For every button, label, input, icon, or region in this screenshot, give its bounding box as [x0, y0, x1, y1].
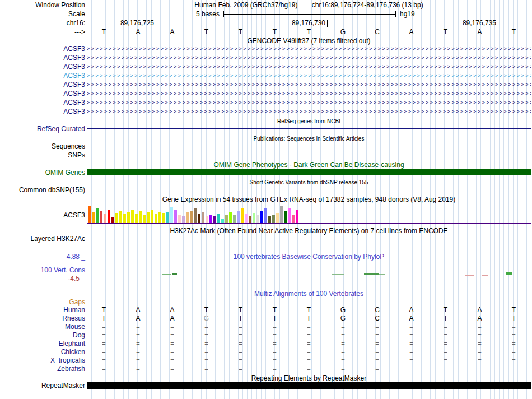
gtex-tissue-bar-26	[190, 211, 193, 223]
track-title-dbsnp[interactable]: Short Genetic Variants from dbSNP releas…	[87, 179, 531, 187]
gene-label-acsf3-1[interactable]: ACSF3	[63, 54, 85, 62]
gene-intron-arrows-6[interactable]: >>>>>>>>>>>>>>>>>>>>>>>>>>>>>>>>>>>>>>>>…	[87, 100, 531, 105]
align-cell-zebrafish-7: =	[341, 365, 344, 373]
track-label-conservation[interactable]: 100 Vert. Cons	[41, 266, 85, 274]
track-title-publications[interactable]: Publications: Sequences in Scientific Ar…	[87, 135, 531, 143]
species-label-mouse[interactable]: Mouse	[65, 323, 85, 331]
ruler-base-3: T	[204, 28, 208, 36]
track-title-gencode[interactable]: GENCODE V49lift37 (7 items filtered out)	[87, 37, 531, 45]
align-cell-mouse-12: =	[512, 323, 515, 331]
align-cell-elephant-9: =	[409, 340, 413, 347]
gtex-tissue-bar-51	[288, 208, 291, 223]
repeatmasker-element-bar[interactable]	[87, 382, 531, 389]
species-label-chicken[interactable]: Chicken	[61, 348, 85, 356]
align-cell-elephant-12: =	[512, 340, 515, 347]
gtex-tissue-bar-32	[213, 216, 216, 223]
species-label-elephant[interactable]: Elephant	[59, 340, 85, 347]
track-label-h3k27ac[interactable]: Layered H3K27Ac	[31, 235, 85, 243]
track-title-omim[interactable]: OMIM Gene Phenotypes - Dark Green Can Be…	[87, 161, 531, 169]
refseq-gene-bar[interactable]	[87, 128, 531, 129]
assembly-name: Human Feb. 2009 (GRCh37/hg19)	[194, 1, 297, 9]
species-label-human[interactable]: Human	[63, 306, 85, 314]
align-cell-human-12: T	[512, 306, 516, 314]
track-label-repeatmasker[interactable]: RepeatMasker	[41, 382, 85, 389]
track-label-refseq-curated[interactable]: RefSeq Curated	[37, 125, 85, 133]
species-label-zebrafish[interactable]: Zebrafish	[57, 365, 85, 373]
align-cell-rhesus-11: A	[477, 314, 482, 322]
align-cell-mouse-2: =	[170, 323, 174, 331]
gene-label-acsf3-0[interactable]: ACSF3	[63, 45, 85, 53]
align-cell-elephant-4: =	[239, 340, 242, 347]
ruler-base-5: T	[273, 28, 277, 36]
gene-intron-arrows-1[interactable]: >>>>>>>>>>>>>>>>>>>>>>>>>>>>>>>>>>>>>>>>…	[87, 55, 531, 61]
align-cell-x_tropicalis-5: =	[273, 356, 276, 364]
gtex-baseline	[87, 223, 531, 224]
track-title-multiz[interactable]: Multiz Alignments of 100 Vertebrates	[87, 290, 531, 298]
gene-label-acsf3-2[interactable]: ACSF3	[63, 63, 85, 71]
track-title-conservation[interactable]: 100 vertebrates Basewise Conservation by…	[87, 253, 531, 261]
gene-label-acsf3-6[interactable]: ACSF3	[63, 99, 85, 106]
ruler-base-6: T	[307, 28, 311, 36]
gtex-tissue-bar-2	[96, 208, 99, 223]
phylop-mark-6	[482, 275, 488, 276]
window-position-label: Window Position	[35, 1, 85, 9]
track-label-sequences[interactable]: Sequences	[52, 142, 85, 150]
ruler-base-1: A	[136, 28, 140, 36]
align-cell-x_tropicalis-4: =	[239, 356, 242, 364]
gene-intron-arrows-5[interactable]: >>>>>>>>>>>>>>>>>>>>>>>>>>>>>>>>>>>>>>>>…	[87, 91, 531, 96]
track-title-repeatmasker[interactable]: Repeating Elements by RepeatMasker	[87, 374, 531, 382]
phylop-mark-4	[379, 274, 385, 275]
track-title-gtex[interactable]: Gene Expression in 54 tissues from GTEx …	[87, 196, 531, 203]
gtex-tissue-bar-1	[92, 212, 95, 223]
align-cell-zebrafish-8: =	[375, 365, 379, 373]
species-label-dog[interactable]: Dog	[73, 331, 85, 339]
gtex-tissue-bar-27	[194, 208, 197, 223]
gene-label-acsf3-3[interactable]: ACSF3	[63, 72, 85, 80]
align-cell-dog-8: =	[375, 331, 379, 339]
track-title-refseq[interactable]: RefSeq genes from NCBI	[87, 118, 531, 126]
gtex-tissue-bar-19	[162, 213, 165, 223]
gene-label-acsf3-4[interactable]: ACSF3	[63, 81, 85, 89]
ruler-base-2: A	[170, 28, 174, 36]
gtex-tissue-bar-49	[280, 206, 283, 223]
align-cell-human-8: C	[375, 306, 380, 314]
gtex-tissue-bar-7	[115, 213, 118, 223]
gene-label-acsf3-5[interactable]: ACSF3	[63, 90, 85, 98]
gene-intron-arrows-2[interactable]: >>>>>>>>>>>>>>>>>>>>>>>>>>>>>>>>>>>>>>>>…	[87, 64, 531, 69]
align-cell-dog-6: =	[307, 331, 310, 339]
track-title-h3k27ac[interactable]: H3K27Ac Mark (Often Found Near Active Re…	[87, 227, 531, 235]
track-label-gtex-gene[interactable]: ACSF3	[63, 211, 85, 219]
gtex-tissue-bar-20	[166, 212, 169, 223]
strand-direction-label: --->	[74, 28, 85, 36]
align-cell-dog-5: =	[273, 331, 276, 339]
gtex-tissue-bar-50	[284, 211, 287, 223]
gene-intron-arrows-7[interactable]: >>>>>>>>>>>>>>>>>>>>>>>>>>>>>>>>>>>>>>>>…	[87, 109, 531, 114]
gene-label-acsf3-7[interactable]: ACSF3	[63, 108, 85, 115]
gtex-tissue-bar-29	[202, 212, 204, 223]
align-cell-chicken-8: =	[375, 348, 379, 356]
align-cell-human-4: T	[239, 306, 242, 314]
align-cell-x_tropicalis-2: =	[170, 356, 174, 364]
align-cell-elephant-10: =	[444, 340, 447, 347]
track-label-omim-genes[interactable]: OMIM Genes	[45, 169, 85, 177]
track-label-common-dbsnp[interactable]: Common dbSNP(155)	[19, 186, 85, 194]
species-label-rhesus[interactable]: Rhesus	[62, 314, 85, 322]
track-label-snps[interactable]: SNPs	[68, 151, 85, 159]
gtex-tissue-bar-17	[155, 214, 157, 223]
gene-intron-arrows-3[interactable]: >>>>>>>>>>>>>>>>>>>>>>>>>>>>>>>>>>>>>>>>…	[87, 73, 531, 78]
gtex-tissue-bar-30	[206, 216, 208, 223]
species-label-x_tropicalis[interactable]: X_tropicalis	[50, 356, 85, 364]
align-cell-zebrafish-5: =	[273, 365, 276, 373]
align-cell-rhesus-3: G	[204, 314, 209, 322]
align-cell-chicken-12: =	[512, 348, 515, 356]
gtex-tissue-bar-13	[139, 211, 142, 223]
gtex-tissue-bar-21	[170, 207, 173, 223]
align-cell-chicken-11: =	[478, 348, 481, 356]
align-cell-elephant-11: =	[478, 340, 481, 347]
gtex-tissue-bar-36	[229, 212, 232, 223]
gtex-tissue-bar-48	[276, 213, 279, 223]
gene-intron-arrows-4[interactable]: >>>>>>>>>>>>>>>>>>>>>>>>>>>>>>>>>>>>>>>>…	[87, 82, 531, 87]
omim-gene-bar[interactable]	[87, 169, 531, 175]
align-cell-mouse-11: =	[478, 323, 481, 331]
gene-intron-arrows-0[interactable]: >>>>>>>>>>>>>>>>>>>>>>>>>>>>>>>>>>>>>>>>…	[87, 46, 531, 52]
